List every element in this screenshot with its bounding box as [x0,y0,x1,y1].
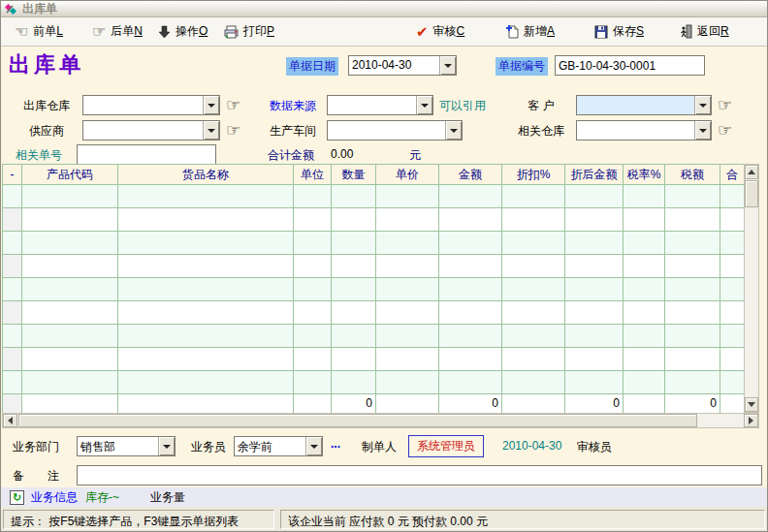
column-header[interactable]: - [3,165,22,185]
grid-cell[interactable] [332,301,376,325]
grid-cell[interactable] [22,301,118,325]
grid-cell[interactable] [22,325,118,348]
grid-cell[interactable] [565,232,624,255]
grid-cell[interactable] [502,325,565,348]
grid-cell[interactable] [294,208,332,232]
grid-cell[interactable] [439,208,502,232]
grid-cell[interactable] [720,278,745,301]
grid-cell[interactable] [376,278,439,301]
related-no-input[interactable] [77,144,216,165]
grid-cell[interactable] [118,185,294,208]
row-marker-cell[interactable] [3,301,22,325]
grid-cell[interactable] [22,255,118,278]
dropdown-arrow-icon[interactable] [416,96,432,114]
grid-cell[interactable] [720,208,745,232]
grid-cell[interactable] [118,325,294,348]
grid-cell[interactable] [565,185,624,208]
related-warehouse-combo[interactable] [576,120,712,141]
dropdown-arrow-icon[interactable] [203,96,219,114]
grid-cell[interactable] [665,232,720,255]
grid-cell[interactable] [439,371,502,394]
dropdown-arrow-icon[interactable] [439,56,456,75]
grid-cell[interactable] [565,208,624,232]
grid-cell[interactable] [720,325,745,348]
grid-cell[interactable] [376,185,439,208]
row-marker-cell[interactable] [3,185,22,208]
grid-cell[interactable] [22,185,118,208]
grid-cell[interactable] [624,232,665,255]
grid-cell[interactable] [502,301,565,325]
row-marker-cell[interactable] [3,232,22,255]
grid-cell[interactable] [665,278,720,301]
grid-cell[interactable] [439,255,502,278]
grid-cell[interactable] [665,371,720,394]
grid-cell[interactable] [118,255,294,278]
grid-cell[interactable] [118,348,294,371]
hscroll-thumb[interactable] [18,414,697,427]
grid-cell[interactable] [332,325,376,348]
column-header[interactable]: 税率% [624,165,665,185]
grid-cell[interactable] [439,185,502,208]
grid-cell[interactable] [502,255,565,278]
grid-cell[interactable] [294,255,332,278]
lookup-hand-icon[interactable]: ☞ [718,122,732,139]
grid-cell[interactable] [665,325,720,348]
grid-cell[interactable] [118,371,294,394]
scroll-right-icon[interactable] [744,414,758,427]
vscroll-thumb[interactable] [745,180,758,207]
grid-cell[interactable] [624,208,665,232]
scroll-left-icon[interactable] [3,414,17,427]
grid-horizontal-scrollbar[interactable] [2,413,759,428]
dropdown-arrow-icon[interactable] [694,96,711,114]
supplier-combo[interactable] [82,120,220,141]
grid-cell[interactable] [624,371,665,394]
grid-cell[interactable] [332,208,376,232]
dropdown-arrow-icon[interactable] [203,121,219,140]
grid-cell[interactable] [720,301,745,325]
grid-cell[interactable] [22,208,118,232]
grid-cell[interactable] [720,255,745,278]
row-marker-cell[interactable] [3,208,22,232]
grid-cell[interactable] [624,348,665,371]
grid-cell[interactable] [294,348,332,371]
column-header[interactable]: 数量 [332,165,376,185]
grid-cell[interactable] [565,325,624,348]
grid-cell[interactable] [665,348,720,371]
grid-cell[interactable] [502,232,565,255]
grid-cell[interactable] [376,325,439,348]
column-header[interactable]: 折扣% [502,165,565,185]
grid-cell[interactable] [565,301,624,325]
grid-cell[interactable] [376,255,439,278]
remark-input[interactable] [77,465,762,485]
grid-cell[interactable] [439,348,502,371]
grid-cell[interactable] [665,255,720,278]
grid-cell[interactable] [720,185,745,208]
grid-cell[interactable] [720,348,745,371]
grid-cell[interactable] [118,208,294,232]
grid-cell[interactable] [502,371,565,394]
column-header[interactable]: 产品代码 [22,165,118,185]
grid-cell[interactable] [294,371,332,394]
grid-cell[interactable] [665,301,720,325]
save-button[interactable]: 保存S [591,20,648,43]
grid-cell[interactable] [376,348,439,371]
grid-cell[interactable] [118,278,294,301]
grid-cell[interactable] [22,371,118,394]
grid-cell[interactable] [665,208,720,232]
grid-cell[interactable] [624,255,665,278]
next-doc-button[interactable]: ☞ 后单N [88,20,146,43]
dropdown-arrow-icon[interactable] [158,437,175,455]
scroll-up-icon[interactable] [745,165,758,179]
action-button[interactable]: 操作O [154,20,211,43]
grid-cell[interactable] [565,371,624,394]
grid-cell[interactable] [118,232,294,255]
row-marker-cell[interactable] [3,371,22,394]
grid-cell[interactable] [502,208,565,232]
dropdown-arrow-icon[interactable] [305,437,322,455]
dropdown-arrow-icon[interactable] [445,121,462,140]
grid-cell[interactable] [720,371,745,394]
grid-cell[interactable] [294,185,332,208]
grid-cell[interactable] [439,278,502,301]
column-header[interactable]: 合 [720,165,745,185]
row-marker-cell[interactable] [3,255,22,278]
